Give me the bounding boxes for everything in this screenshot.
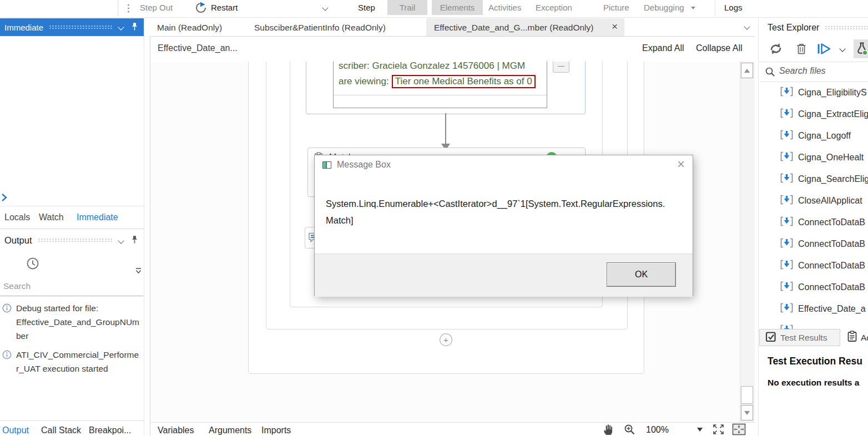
reset-zoom-icon[interactable] — [732, 423, 746, 436]
output-message: ATI_CIV_Commercial_Performer_UAT executi… — [0, 345, 142, 378]
tab-subscriber-patientinfo[interactable]: Subsciber&PatientInfo (ReadOnly) — [254, 23, 386, 33]
file-label: Cigna_ExtractElig — [798, 109, 868, 119]
trail-toggle[interactable]: Trail — [387, 0, 427, 15]
test-search-input[interactable] — [778, 65, 858, 77]
expand-all-button[interactable]: Expand All — [642, 43, 684, 53]
imports-tab[interactable]: Imports — [261, 425, 291, 435]
scroll-down-button[interactable] — [741, 405, 753, 420]
flask-icon — [856, 42, 868, 58]
zoom-dropdown-icon[interactable] — [697, 428, 703, 432]
close-icon[interactable]: × — [612, 21, 618, 33]
pan-hand-icon[interactable] — [603, 423, 615, 436]
test-filter-button[interactable] — [854, 39, 868, 58]
step-out-button[interactable]: Step Out — [140, 3, 173, 12]
debug-panel-tabs: Locals Watch Immediate — [0, 206, 144, 229]
tab-test-results[interactable]: Test Results — [759, 329, 840, 346]
info-icon — [2, 303, 12, 343]
tab-label: Ac — [861, 333, 868, 343]
test-file-item[interactable]: ConnectToDataB — [759, 255, 868, 276]
debugging-caret-icon[interactable] — [691, 7, 695, 9]
collapse-all-button[interactable]: Collapse All — [696, 43, 743, 53]
tab-call-stack[interactable]: Call Stack — [41, 425, 81, 435]
pin-icon[interactable] — [131, 235, 138, 246]
test-file-item[interactable]: ConnectToDataB — [759, 211, 868, 233]
test-file-item[interactable]: ConnectToDataB — [759, 276, 868, 298]
tab-main[interactable]: Main (ReadOnly) — [157, 23, 222, 33]
output-search-input[interactable] — [2, 281, 132, 292]
debugging-menu[interactable]: Debugging — [644, 3, 684, 12]
kebab-icon[interactable] — [127, 3, 130, 16]
step-button[interactable]: Step — [358, 3, 375, 12]
workflow-file-icon — [780, 216, 794, 229]
chevron-down-icon[interactable] — [118, 237, 124, 244]
tab-watch[interactable]: Watch — [39, 212, 64, 222]
exception-toggle[interactable]: Exception — [536, 3, 572, 12]
test-file-item[interactable]: ConnectToDataB — [759, 233, 868, 255]
breadcrumb[interactable]: Effective_Date_an... — [158, 43, 238, 53]
refresh-icon[interactable] — [769, 43, 783, 57]
dialog-titlebar[interactable]: Message Box × — [315, 155, 693, 175]
test-results-heading: Test Execution Resu — [768, 356, 862, 367]
tab-output[interactable]: Output — [2, 425, 29, 435]
workflow-canvas[interactable]: scriber: Graciela Gonzalez 14576006 | MG… — [150, 62, 755, 422]
timestamps-toggle-icon[interactable] — [26, 256, 40, 273]
scroll-up-button[interactable] — [741, 63, 753, 78]
restart-button[interactable]: Restart — [211, 3, 238, 12]
restart-icon — [195, 2, 207, 16]
workflow-file-icon — [780, 129, 794, 143]
message-content-box: scriber: Graciela Gonzalez 14576006 | MG… — [333, 62, 547, 108]
canvas-scrollbar[interactable] — [740, 62, 755, 422]
test-file-item[interactable]: Cigna_EligibilityS — [759, 82, 868, 103]
tab-breakpoints[interactable]: Breakpoi... — [89, 425, 131, 435]
tab-effective-date-active[interactable]: Effective_Date_and_G...mber (ReadOnly) × — [426, 18, 624, 36]
close-icon[interactable]: × — [677, 156, 685, 172]
chevron-down-icon[interactable] — [118, 24, 124, 30]
workflow-file-icon — [780, 237, 794, 251]
test-file-item[interactable]: Cigna_OneHealt — [759, 146, 868, 168]
chevron-down-icon[interactable] — [322, 4, 328, 11]
scroll-to-end-icon[interactable] — [135, 267, 142, 277]
variables-tab[interactable]: Variables — [158, 425, 194, 435]
pin-icon[interactable] — [131, 22, 138, 33]
info-icon — [2, 350, 12, 376]
ok-button[interactable]: OK — [607, 262, 676, 287]
arguments-tab[interactable]: Arguments — [209, 425, 251, 435]
test-file-item[interactable]: CloseAllApplicat — [759, 190, 868, 211]
tab-label: Effective_Date_and_G...mber (ReadOnly) — [434, 23, 593, 33]
test-file-item[interactable] — [759, 320, 868, 329]
file-label: Cigna_Logoff — [798, 131, 851, 141]
picture-toggle[interactable]: Picture — [603, 3, 629, 12]
tab-locals[interactable]: Locals — [4, 212, 30, 222]
message-line2: are viewing:Tier one Medical Benefits as… — [339, 75, 536, 88]
test-file-item[interactable]: Cigna_SearchElig — [759, 168, 868, 190]
fit-to-screen-icon[interactable] — [712, 423, 725, 436]
activities-toggle[interactable]: Activities — [488, 3, 521, 12]
dialog-message: System.Linq.Enumerable+<CastIterator>d__… — [326, 195, 669, 229]
add-activity-button[interactable]: + — [440, 333, 452, 346]
tab-activity-coverage[interactable]: Ac — [840, 329, 868, 346]
message-activity-card[interactable]: scriber: Graciela Gonzalez 14576006 | MG… — [306, 62, 586, 114]
zoom-level[interactable]: 100% — [646, 425, 669, 435]
test-file-item[interactable]: Effective_Date_a — [759, 298, 868, 320]
tab-immediate[interactable]: Immediate — [77, 212, 118, 222]
debug-ribbon: Step Out Restart Step Trail Elements Act… — [0, 0, 868, 18]
scrollbar-thumb[interactable] — [741, 386, 753, 404]
trash-icon[interactable] — [796, 43, 807, 57]
logs-button[interactable]: Logs — [724, 3, 743, 12]
test-file-item[interactable]: Cigna_ExtractElig — [759, 103, 868, 125]
test-file-item[interactable]: Cigna_Logoff — [759, 125, 868, 146]
zoom-icon[interactable] — [624, 424, 635, 436]
file-label: Cigna_EligibilityS — [798, 88, 867, 98]
drag-handle — [49, 25, 113, 30]
message-line2-prefix: are viewing: — [339, 76, 389, 87]
workflow-file-icon — [780, 281, 794, 294]
elements-toggle[interactable]: Elements — [432, 0, 483, 15]
collapse-activity-button[interactable]: — — [553, 62, 569, 73]
immediate-panel-body[interactable] — [0, 36, 144, 193]
output-panel-header: Output — [0, 229, 144, 252]
test-search-row — [759, 62, 868, 82]
run-tests-icon[interactable] — [817, 43, 831, 57]
workflow-file-icon — [780, 324, 794, 329]
tab-list-chevron-icon[interactable] — [744, 23, 750, 29]
run-options-chevron-icon[interactable] — [839, 45, 845, 52]
